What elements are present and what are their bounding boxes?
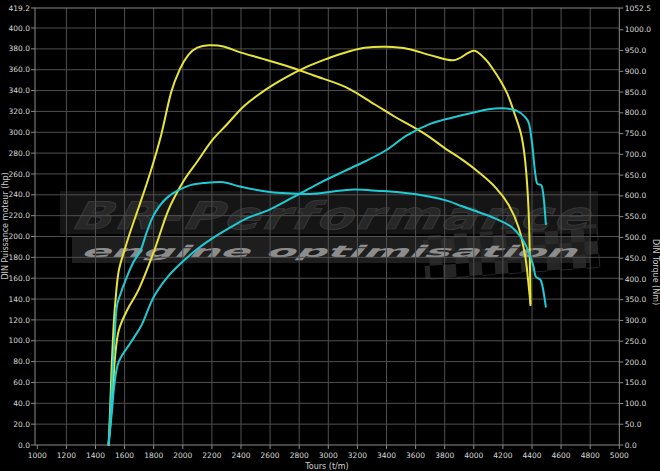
left-tick-label: 0.0 [18,441,30,450]
x-tick-label: 2800 [290,451,309,460]
left-tick-label: 380.0 [9,44,31,53]
right-tick-label: 250.0 [625,337,647,346]
left-tick-label: 300.0 [9,128,31,137]
x-tick-label: 1200 [57,451,76,460]
right-tick-label: 800.0 [625,108,647,117]
left-tick-label: 220.0 [9,211,31,220]
left-tick-label: 340.0 [9,86,31,95]
left-tick-label: 180.0 [9,253,31,262]
left-tick-label: 200.0 [9,232,31,241]
x-tick-label: 1000 [28,451,47,460]
x-tick-label: 4200 [493,451,512,460]
left-tick-label: 320.0 [9,107,31,116]
x-tick-label: 2200 [202,451,221,460]
x-tick-label: 4000 [464,451,483,460]
right-tick-label: 150.0 [625,378,647,387]
x-tick-label: 3200 [348,451,367,460]
right-tick-label: 550.0 [625,212,647,221]
x-tick-label: 3800 [435,451,454,460]
left-axis-title: DIN Puissance moteur (hp) [1,172,10,279]
right-tick-label: 900.0 [625,67,647,76]
x-tick-label: 3400 [377,451,396,460]
right-tick-label: 450.0 [625,254,647,263]
x-tick-label: 4800 [581,451,600,460]
right-tick-label: 650.0 [625,171,647,180]
right-tick-label: 700.0 [625,150,647,159]
right-axis-title: DIN Torque (Nm) [651,239,660,305]
right-tick-label: 300.0 [625,316,647,325]
x-tick-label: 4600 [552,451,571,460]
right-tick-label: 500.0 [625,233,647,242]
x-tick-label: 2600 [261,451,280,460]
left-tick-label: 240.0 [9,190,31,199]
x-tick-label: 2000 [173,451,192,460]
x-tick-label: 1400 [86,451,105,460]
left-tick-label: 419.2 [9,4,31,13]
x-tick-label: 3600 [406,451,425,460]
left-tick-label: 40.0 [13,399,30,408]
left-tick-label: 100.0 [9,336,31,345]
x-tick-label: 4400 [522,451,541,460]
right-tick-label: 50.0 [625,420,642,429]
left-tick-label: 160.0 [9,274,31,283]
right-tick-label: 400.0 [625,275,647,284]
left-tick-label: 60.0 [13,378,30,387]
x-tick-label: 5000 [610,451,629,460]
left-tick-label: 120.0 [9,316,31,325]
left-tick-label: 400.0 [9,24,31,33]
left-tick-label: 80.0 [13,357,30,366]
right-tick-label: 100.0 [625,399,647,408]
right-tick-label: 200.0 [625,358,647,367]
left-tick-label: 20.0 [13,420,30,429]
right-tick-label: 1052.5 [625,4,651,13]
left-tick-label: 140.0 [9,295,31,304]
right-tick-label: 350.0 [625,295,647,304]
x-tick-label: 1600 [115,451,134,460]
x-tick-label: 1800 [144,451,163,460]
right-tick-label: 850.0 [625,88,647,97]
right-tick-label: 0.0 [625,441,637,450]
x-tick-label: 2400 [231,451,250,460]
right-tick-label: 950.0 [625,46,647,55]
left-tick-label: 360.0 [9,65,31,74]
x-axis-title: Tours (t/m) [304,462,348,471]
right-tick-label: 750.0 [625,129,647,138]
left-tick-label: 260.0 [9,170,31,179]
x-tick-label: 3000 [319,451,338,460]
left-tick-label: 280.0 [9,149,31,158]
dyno-chart-window: BR-Performance engine optimisation 10001… [0,0,660,471]
right-tick-label: 1000.0 [625,25,651,34]
dyno-chart: BR-Performance engine optimisation 10001… [0,0,660,471]
right-tick-label: 600.0 [625,191,647,200]
